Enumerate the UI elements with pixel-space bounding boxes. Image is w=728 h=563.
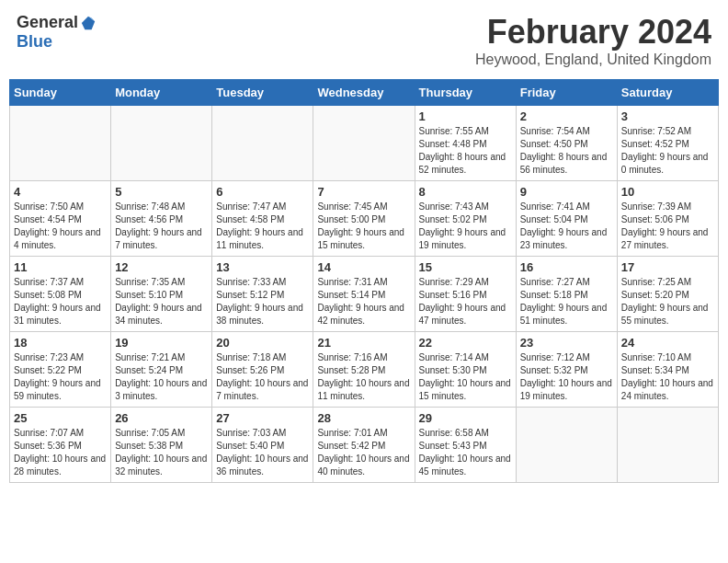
- calendar-cell: 18Sunrise: 7:23 AM Sunset: 5:22 PM Dayli…: [10, 332, 111, 408]
- day-info: Sunrise: 7:14 AM Sunset: 5:30 PM Dayligh…: [419, 351, 512, 403]
- day-info: Sunrise: 7:25 AM Sunset: 5:20 PM Dayligh…: [621, 276, 714, 327]
- day-info: Sunrise: 7:43 AM Sunset: 5:02 PM Dayligh…: [419, 201, 512, 252]
- day-number: 26: [115, 411, 208, 425]
- day-number: 18: [14, 336, 107, 350]
- calendar-header-saturday: Saturday: [617, 80, 718, 106]
- calendar-cell: [212, 106, 313, 181]
- calendar-header-friday: Friday: [516, 80, 617, 106]
- day-info: Sunrise: 7:54 AM Sunset: 4:50 PM Dayligh…: [520, 125, 613, 177]
- day-number: 17: [621, 260, 714, 274]
- calendar-cell: 22Sunrise: 7:14 AM Sunset: 5:30 PM Dayli…: [415, 332, 516, 408]
- day-info: Sunrise: 7:03 AM Sunset: 5:40 PM Dayligh…: [216, 427, 309, 478]
- day-number: 20: [216, 336, 309, 350]
- day-number: 6: [216, 185, 309, 199]
- calendar-cell: 11Sunrise: 7:37 AM Sunset: 5:08 PM Dayli…: [10, 257, 111, 332]
- day-info: Sunrise: 7:21 AM Sunset: 5:24 PM Dayligh…: [115, 351, 208, 403]
- calendar-cell: 26Sunrise: 7:05 AM Sunset: 5:38 PM Dayli…: [111, 408, 212, 483]
- day-info: Sunrise: 6:58 AM Sunset: 5:43 PM Dayligh…: [419, 427, 512, 478]
- logo-icon: [80, 15, 97, 31]
- calendar-table: SundayMondayTuesdayWednesdayThursdayFrid…: [9, 79, 719, 483]
- day-info: Sunrise: 7:27 AM Sunset: 5:18 PM Dayligh…: [520, 276, 613, 327]
- calendar-cell: 19Sunrise: 7:21 AM Sunset: 5:24 PM Dayli…: [111, 332, 212, 408]
- calendar-cell: [111, 106, 212, 181]
- day-number: 2: [520, 109, 613, 123]
- day-info: Sunrise: 7:37 AM Sunset: 5:08 PM Dayligh…: [14, 276, 107, 327]
- calendar-cell: [516, 408, 617, 483]
- day-number: 7: [317, 185, 410, 199]
- calendar-header-wednesday: Wednesday: [313, 80, 415, 106]
- calendar-cell: 10Sunrise: 7:39 AM Sunset: 5:06 PM Dayli…: [617, 181, 718, 257]
- calendar-cell: 16Sunrise: 7:27 AM Sunset: 5:18 PM Dayli…: [516, 257, 617, 332]
- calendar-cell: 25Sunrise: 7:07 AM Sunset: 5:36 PM Dayli…: [10, 408, 111, 483]
- calendar-week-row: 25Sunrise: 7:07 AM Sunset: 5:36 PM Dayli…: [10, 408, 719, 483]
- calendar-cell: 1Sunrise: 7:55 AM Sunset: 4:48 PM Daylig…: [415, 106, 516, 181]
- logo-blue-text: Blue: [17, 32, 52, 52]
- page-title: February 2024: [475, 13, 711, 52]
- svg-marker-0: [82, 16, 95, 29]
- calendar-week-row: 11Sunrise: 7:37 AM Sunset: 5:08 PM Dayli…: [10, 257, 719, 332]
- day-info: Sunrise: 7:39 AM Sunset: 5:06 PM Dayligh…: [621, 201, 714, 252]
- day-number: 5: [115, 185, 208, 199]
- day-number: 12: [115, 260, 208, 274]
- calendar-cell: 28Sunrise: 7:01 AM Sunset: 5:42 PM Dayli…: [313, 408, 415, 483]
- calendar-cell: 15Sunrise: 7:29 AM Sunset: 5:16 PM Dayli…: [415, 257, 516, 332]
- calendar-week-row: 4Sunrise: 7:50 AM Sunset: 4:54 PM Daylig…: [10, 181, 719, 257]
- day-info: Sunrise: 7:35 AM Sunset: 5:10 PM Dayligh…: [115, 276, 208, 327]
- day-number: 22: [419, 336, 512, 350]
- calendar-header-monday: Monday: [111, 80, 212, 106]
- calendar-header-thursday: Thursday: [415, 80, 516, 106]
- day-info: Sunrise: 7:05 AM Sunset: 5:38 PM Dayligh…: [115, 427, 208, 478]
- calendar-header-tuesday: Tuesday: [212, 80, 313, 106]
- calendar-cell: 24Sunrise: 7:10 AM Sunset: 5:34 PM Dayli…: [617, 332, 718, 408]
- day-info: Sunrise: 7:45 AM Sunset: 5:00 PM Dayligh…: [317, 201, 410, 252]
- day-info: Sunrise: 7:50 AM Sunset: 4:54 PM Dayligh…: [14, 201, 107, 252]
- calendar-cell: 20Sunrise: 7:18 AM Sunset: 5:26 PM Dayli…: [212, 332, 313, 408]
- logo: General Blue: [17, 13, 97, 52]
- day-number: 13: [216, 260, 309, 274]
- day-number: 9: [520, 185, 613, 199]
- calendar-cell: 5Sunrise: 7:48 AM Sunset: 4:56 PM Daylig…: [111, 181, 212, 257]
- day-number: 4: [14, 185, 107, 199]
- calendar-week-row: 18Sunrise: 7:23 AM Sunset: 5:22 PM Dayli…: [10, 332, 719, 408]
- calendar-cell: 17Sunrise: 7:25 AM Sunset: 5:20 PM Dayli…: [617, 257, 718, 332]
- calendar-header-row: SundayMondayTuesdayWednesdayThursdayFrid…: [10, 80, 719, 106]
- day-number: 24: [621, 336, 714, 350]
- title-area: February 2024 Heywood, England, United K…: [475, 13, 711, 68]
- logo-general-text: General: [17, 13, 78, 32]
- day-number: 14: [317, 260, 410, 274]
- calendar-cell: 6Sunrise: 7:47 AM Sunset: 4:58 PM Daylig…: [212, 181, 313, 257]
- calendar-cell: 27Sunrise: 7:03 AM Sunset: 5:40 PM Dayli…: [212, 408, 313, 483]
- day-number: 3: [621, 109, 714, 123]
- day-number: 27: [216, 411, 309, 425]
- calendar-cell: [313, 106, 415, 181]
- calendar-cell: 4Sunrise: 7:50 AM Sunset: 4:54 PM Daylig…: [10, 181, 111, 257]
- day-number: 11: [14, 260, 107, 274]
- day-info: Sunrise: 7:23 AM Sunset: 5:22 PM Dayligh…: [14, 351, 107, 403]
- day-number: 19: [115, 336, 208, 350]
- day-info: Sunrise: 7:10 AM Sunset: 5:34 PM Dayligh…: [621, 351, 714, 403]
- day-number: 28: [317, 411, 410, 425]
- calendar-cell: [10, 106, 111, 181]
- day-number: 21: [317, 336, 410, 350]
- day-info: Sunrise: 7:29 AM Sunset: 5:16 PM Dayligh…: [419, 276, 512, 327]
- calendar-cell: 23Sunrise: 7:12 AM Sunset: 5:32 PM Dayli…: [516, 332, 617, 408]
- day-info: Sunrise: 7:16 AM Sunset: 5:28 PM Dayligh…: [317, 351, 410, 403]
- day-info: Sunrise: 7:31 AM Sunset: 5:14 PM Dayligh…: [317, 276, 410, 327]
- calendar-week-row: 1Sunrise: 7:55 AM Sunset: 4:48 PM Daylig…: [10, 106, 719, 181]
- day-info: Sunrise: 7:12 AM Sunset: 5:32 PM Dayligh…: [520, 351, 613, 403]
- day-info: Sunrise: 7:52 AM Sunset: 4:52 PM Dayligh…: [621, 125, 714, 177]
- calendar-cell: 3Sunrise: 7:52 AM Sunset: 4:52 PM Daylig…: [617, 106, 718, 181]
- calendar-cell: [617, 408, 718, 483]
- header: General Blue February 2024 Heywood, Engl…: [9, 9, 719, 72]
- calendar-cell: 14Sunrise: 7:31 AM Sunset: 5:14 PM Dayli…: [313, 257, 415, 332]
- day-number: 25: [14, 411, 107, 425]
- calendar-cell: 13Sunrise: 7:33 AM Sunset: 5:12 PM Dayli…: [212, 257, 313, 332]
- calendar-cell: 9Sunrise: 7:41 AM Sunset: 5:04 PM Daylig…: [516, 181, 617, 257]
- calendar-cell: 29Sunrise: 6:58 AM Sunset: 5:43 PM Dayli…: [415, 408, 516, 483]
- day-number: 10: [621, 185, 714, 199]
- calendar-cell: 21Sunrise: 7:16 AM Sunset: 5:28 PM Dayli…: [313, 332, 415, 408]
- day-number: 29: [419, 411, 512, 425]
- day-info: Sunrise: 7:55 AM Sunset: 4:48 PM Dayligh…: [419, 125, 512, 177]
- calendar-cell: 2Sunrise: 7:54 AM Sunset: 4:50 PM Daylig…: [516, 106, 617, 181]
- day-info: Sunrise: 7:07 AM Sunset: 5:36 PM Dayligh…: [14, 427, 107, 478]
